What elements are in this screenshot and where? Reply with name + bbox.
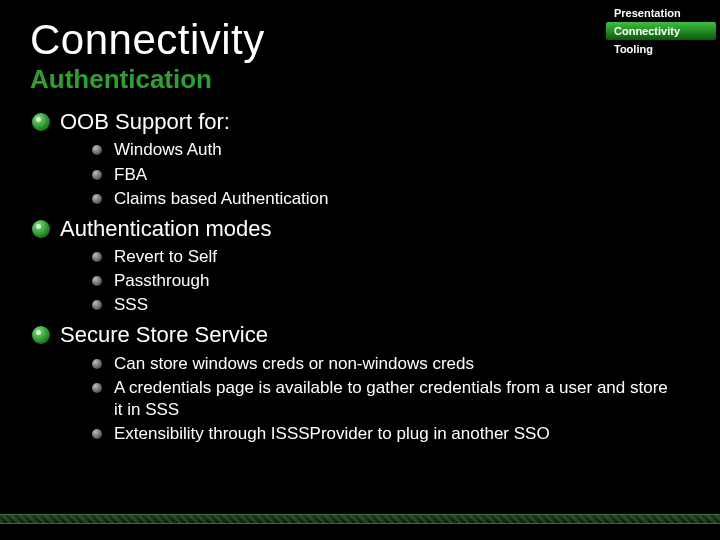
list-item-text: Revert to Self: [114, 246, 217, 268]
list-item: Windows Auth: [92, 139, 690, 161]
list-item: A credentials page is available to gathe…: [92, 377, 690, 421]
slide: Presentation Connectivity Tooling Connec…: [0, 0, 720, 540]
nav-item-connectivity: Connectivity: [606, 22, 716, 40]
list-item-text: FBA: [114, 164, 147, 186]
list-item: SSS: [92, 294, 690, 316]
section-heading: Secure Store Service: [32, 322, 690, 348]
list-item-text: Passthrough: [114, 270, 209, 292]
orb-bullet-icon: [32, 220, 50, 238]
nav-item-tooling: Tooling: [606, 40, 716, 58]
dot-bullet-icon: [92, 359, 102, 369]
section-heading-text: Authentication modes: [60, 216, 272, 242]
section-items: Windows Auth FBA Claims based Authentica…: [92, 139, 690, 209]
list-item: Can store windows creds or non-windows c…: [92, 353, 690, 375]
list-item-text: SSS: [114, 294, 148, 316]
list-item-text: Claims based Authentication: [114, 188, 329, 210]
list-item-text: Windows Auth: [114, 139, 222, 161]
dot-bullet-icon: [92, 170, 102, 180]
dot-bullet-icon: [92, 276, 102, 286]
orb-bullet-icon: [32, 113, 50, 131]
dot-bullet-icon: [92, 300, 102, 310]
list-item: Claims based Authentication: [92, 188, 690, 210]
slide-subtitle: Authentication: [30, 64, 690, 95]
footer-stripe: [0, 514, 720, 524]
dot-bullet-icon: [92, 429, 102, 439]
orb-bullet-icon: [32, 326, 50, 344]
slide-title: Connectivity: [30, 18, 690, 62]
list-item: FBA: [92, 164, 690, 186]
nav-badges: Presentation Connectivity Tooling: [606, 4, 716, 58]
list-item-text: A credentials page is available to gathe…: [114, 377, 674, 421]
dot-bullet-icon: [92, 194, 102, 204]
dot-bullet-icon: [92, 383, 102, 393]
section-items: Revert to Self Passthrough SSS: [92, 246, 690, 316]
dot-bullet-icon: [92, 145, 102, 155]
list-item-text: Can store windows creds or non-windows c…: [114, 353, 474, 375]
dot-bullet-icon: [92, 252, 102, 262]
list-item: Passthrough: [92, 270, 690, 292]
section-heading-text: OOB Support for:: [60, 109, 230, 135]
section-heading: OOB Support for:: [32, 109, 690, 135]
section-heading: Authentication modes: [32, 216, 690, 242]
section-items: Can store windows creds or non-windows c…: [92, 353, 690, 445]
list-item-text: Extensibility through ISSSProvider to pl…: [114, 423, 550, 445]
list-item: Revert to Self: [92, 246, 690, 268]
section-heading-text: Secure Store Service: [60, 322, 268, 348]
content: OOB Support for: Windows Auth FBA Claims…: [30, 109, 690, 445]
nav-item-presentation: Presentation: [606, 4, 716, 22]
list-item: Extensibility through ISSSProvider to pl…: [92, 423, 690, 445]
